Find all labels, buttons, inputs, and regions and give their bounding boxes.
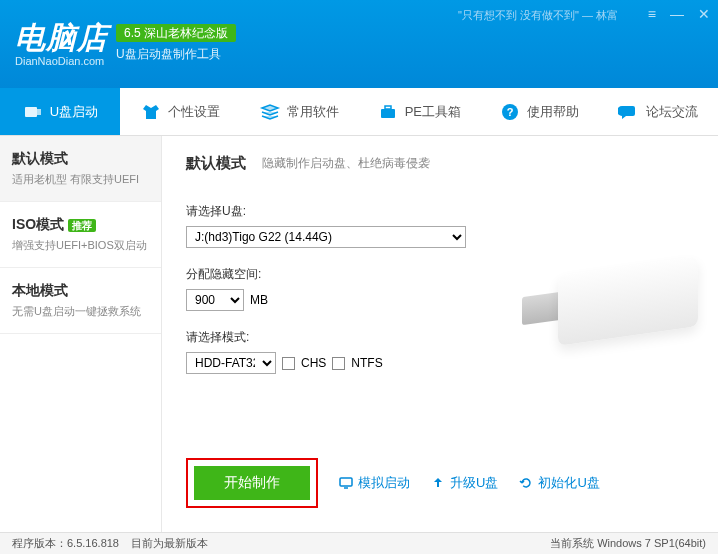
- simulate-button[interactable]: 模拟启动: [338, 474, 410, 492]
- version-badge: 6.5 深山老林纪念版: [116, 24, 236, 42]
- app-subtitle: U盘启动盘制作工具: [116, 46, 236, 63]
- menu-icon[interactable]: ≡: [648, 6, 656, 22]
- nav-label: PE工具箱: [405, 103, 461, 121]
- ntfs-checkbox[interactable]: [332, 357, 345, 370]
- main-nav: U盘启动 个性设置 常用软件 PE工具箱 ? 使用帮助 论坛交流: [0, 88, 718, 136]
- space-select[interactable]: 900: [186, 289, 244, 311]
- sidebar-item-local[interactable]: 本地模式 无需U盘启动一键拯救系统: [0, 268, 161, 334]
- svg-rect-0: [25, 107, 37, 117]
- slogan-text: "只有想不到 没有做不到" — 林富: [458, 8, 618, 23]
- minimize-icon[interactable]: —: [670, 6, 684, 22]
- logo-subtext: DianNaoDian.com: [15, 55, 108, 67]
- sidebar-item-default[interactable]: 默认模式 适用老机型 有限支持UEFI: [0, 136, 161, 202]
- refresh-icon: [518, 475, 534, 491]
- upgrade-button[interactable]: 升级U盘: [430, 474, 498, 492]
- space-unit: MB: [250, 293, 268, 307]
- window-controls: ≡ — ✕: [648, 6, 710, 22]
- usb-select[interactable]: J:(hd3)Tigo G22 (14.44G): [186, 226, 466, 248]
- svg-rect-1: [37, 109, 41, 115]
- action-bar: 开始制作 模拟启动 升级U盘 初始化U盘: [186, 458, 694, 508]
- nav-label: 常用软件: [287, 103, 339, 121]
- start-button[interactable]: 开始制作: [194, 466, 310, 500]
- system-info: 当前系统 Windows 7 SP1(64bit): [550, 536, 706, 551]
- title-bar: "只有想不到 没有做不到" — 林富 ≡ — ✕ 电脑店 DianNaoDian…: [0, 0, 718, 88]
- logo-text: 电脑店: [15, 18, 108, 59]
- main-panel: 默认模式 隐藏制作启动盘、杜绝病毒侵袭 请选择U盘: J:(hd3)Tigo G…: [162, 136, 718, 532]
- svg-text:?: ?: [506, 106, 513, 118]
- chs-checkbox[interactable]: [282, 357, 295, 370]
- svg-rect-2: [381, 109, 395, 118]
- chat-icon: [618, 101, 640, 123]
- nav-label: 论坛交流: [646, 103, 698, 121]
- close-icon[interactable]: ✕: [698, 6, 710, 22]
- usb-icon: [22, 101, 44, 123]
- usb-select-label: 请选择U盘:: [186, 203, 694, 220]
- panel-title: 默认模式: [186, 154, 246, 173]
- status-bar: 程序版本：6.5.16.818 目前为最新版本 当前系统 Windows 7 S…: [0, 532, 718, 554]
- chs-label: CHS: [301, 356, 326, 370]
- sidebar-item-iso[interactable]: ISO模式推荐 增强支持UEFI+BIOS双启动: [0, 202, 161, 268]
- highlight-box: 开始制作: [186, 458, 318, 508]
- sidebar-item-desc: 适用老机型 有限支持UEFI: [12, 172, 149, 187]
- nav-pe-toolbox[interactable]: PE工具箱: [359, 88, 479, 135]
- shirt-icon: [140, 101, 162, 123]
- nav-forum[interactable]: 论坛交流: [598, 88, 718, 135]
- nav-software[interactable]: 常用软件: [239, 88, 359, 135]
- nav-label: 个性设置: [168, 103, 220, 121]
- monitor-icon: [338, 475, 354, 491]
- toolbox-icon: [377, 101, 399, 123]
- ntfs-label: NTFS: [351, 356, 382, 370]
- init-button[interactable]: 初始化U盘: [518, 474, 599, 492]
- nav-personalize[interactable]: 个性设置: [120, 88, 240, 135]
- svg-rect-3: [385, 106, 391, 109]
- stack-icon: [259, 101, 281, 123]
- sidebar-item-title: 本地模式: [12, 282, 149, 300]
- svg-rect-6: [340, 478, 352, 486]
- nav-label: 使用帮助: [527, 103, 579, 121]
- recommended-badge: 推荐: [68, 219, 96, 232]
- help-icon: ?: [499, 101, 521, 123]
- upload-icon: [430, 475, 446, 491]
- version-label: 程序版本：6.5.16.818: [12, 536, 119, 551]
- sidebar-item-desc: 无需U盘启动一键拯救系统: [12, 304, 149, 319]
- usb-illustration: [518, 256, 698, 376]
- latest-label: 目前为最新版本: [131, 536, 208, 551]
- sidebar-item-desc: 增强支持UEFI+BIOS双启动: [12, 238, 149, 253]
- mode-select[interactable]: HDD-FAT32: [186, 352, 276, 374]
- nav-help[interactable]: ? 使用帮助: [479, 88, 599, 135]
- mode-sidebar: 默认模式 适用老机型 有限支持UEFI ISO模式推荐 增强支持UEFI+BIO…: [0, 136, 162, 532]
- nav-usb-boot[interactable]: U盘启动: [0, 88, 120, 135]
- nav-label: U盘启动: [50, 103, 98, 121]
- panel-subtitle: 隐藏制作启动盘、杜绝病毒侵袭: [262, 155, 430, 172]
- sidebar-item-title: ISO模式推荐: [12, 216, 149, 234]
- sidebar-item-title: 默认模式: [12, 150, 149, 168]
